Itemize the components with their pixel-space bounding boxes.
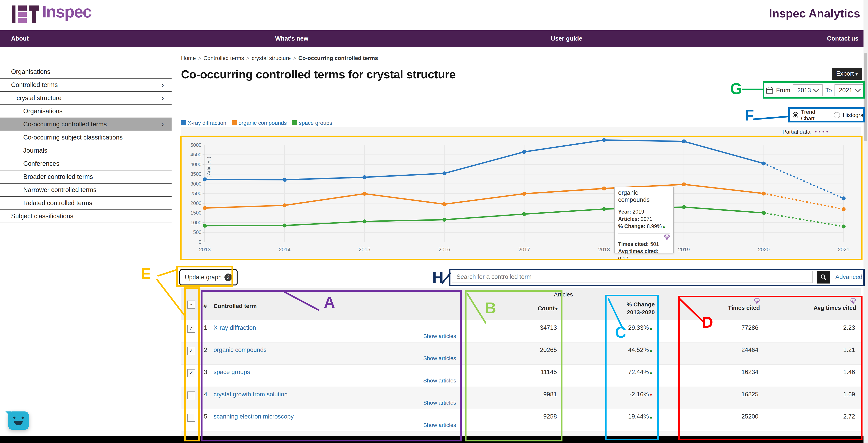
sidebar-item-co-occurring-controlled-terms[interactable]: Co-occurring controlled terms› (0, 118, 172, 131)
series-partial-segment (764, 194, 844, 209)
data-point[interactable] (842, 225, 845, 229)
trend-chart: Partial data 050010001500200025003000350… (181, 127, 861, 260)
data-point[interactable] (203, 206, 207, 210)
export-button[interactable]: Export ▾ (832, 67, 862, 80)
svg-text:1000: 1000 (190, 220, 202, 225)
data-point[interactable] (283, 224, 286, 228)
row-checkbox[interactable] (187, 391, 195, 400)
data-point[interactable] (522, 192, 526, 196)
data-point[interactable] (682, 205, 686, 209)
data-point[interactable] (283, 178, 286, 182)
chat-widget-button[interactable] (8, 411, 29, 430)
data-point[interactable] (203, 224, 207, 228)
show-articles-link[interactable]: Show articles (423, 377, 456, 384)
sidebar-item-broader-controlled-terms[interactable]: Broader controlled terms (0, 171, 172, 184)
row-checkbox[interactable]: ✓ (187, 369, 195, 377)
data-point[interactable] (842, 207, 845, 211)
sidebar-item-subject-classifications[interactable]: Subject classifications (0, 210, 172, 223)
sidebar-item-organisations[interactable]: Organisations (0, 105, 172, 118)
data-point[interactable] (442, 202, 446, 206)
column-header-times-cited[interactable]: Times cited (659, 298, 760, 311)
legend-item-space-groups[interactable]: space groups (292, 120, 332, 126)
column-header-num[interactable]: # (204, 303, 207, 309)
search-input[interactable] (452, 271, 813, 283)
show-articles-link[interactable]: Show articles (423, 355, 456, 361)
table-header: Articles - # Controlled term Count▼ % Ch… (181, 288, 861, 320)
sidebar-item-crystal-structure[interactable]: crystal structure› (0, 92, 172, 105)
show-articles-link[interactable]: Show articles (423, 422, 456, 428)
nav-item-user-guide[interactable]: User guide (551, 30, 582, 47)
data-point[interactable] (682, 140, 686, 143)
data-point[interactable] (442, 218, 446, 222)
avg-times-cited-value: 1.21 (763, 343, 860, 364)
data-point[interactable] (682, 182, 686, 186)
controlled-term-link[interactable]: organic compounds (214, 346, 267, 353)
sidebar-item-related-controlled-terms[interactable]: Related controlled terms (0, 197, 172, 210)
controlled-term-link[interactable]: crystal growth from solution (214, 391, 287, 398)
sidebar-item-journals[interactable]: Journals (0, 144, 172, 157)
sidebar-item-co-occurring-subject-classifications[interactable]: Co-occurring subject classifications (0, 131, 172, 144)
breadcrumb-item[interactable]: Controlled terms (204, 55, 244, 61)
series-line-organic-compounds (205, 184, 764, 208)
controlled-term-link[interactable]: scanning electron microscopy (214, 413, 293, 420)
data-point[interactable] (363, 192, 366, 196)
breadcrumb-item[interactable]: crystal structure (252, 55, 291, 61)
breadcrumb-item[interactable]: Co-occurring controlled terms (299, 55, 378, 61)
page-scrollbar[interactable] (864, 0, 868, 443)
data-point[interactable] (842, 196, 845, 200)
line-chart-canvas[interactable]: 0500100015002000250030003500400045005000… (182, 137, 860, 259)
legend-item-organic[interactable]: organic compounds (232, 120, 287, 126)
data-point[interactable] (762, 191, 766, 196)
search-button[interactable] (817, 271, 830, 284)
show-articles-link[interactable]: Show articles (423, 333, 456, 339)
data-point[interactable] (442, 172, 446, 175)
avg-times-cited-value: 1.46 (763, 365, 860, 387)
data-point[interactable] (522, 212, 526, 216)
from-year-value: 2013 (797, 87, 811, 94)
data-point[interactable] (363, 219, 366, 224)
logo-e-bar-bot (18, 18, 26, 23)
nav-item-about[interactable]: About (11, 30, 29, 47)
nav-item-whats-new[interactable]: What's new (275, 30, 308, 47)
controlled-term-link[interactable]: space groups (214, 368, 250, 376)
calendar-icon (766, 87, 773, 94)
legend-item-xray[interactable]: X-ray diffraction (181, 120, 226, 126)
row-checkbox[interactable]: ✓ (187, 347, 195, 355)
date-range-filter: From 2013 To 2021 (766, 84, 864, 97)
column-header-avg-times-cited[interactable]: Avg times cited (765, 298, 856, 311)
to-year-select[interactable]: 2021 (835, 84, 864, 96)
sidebar-item-organisations[interactable]: Organisations (0, 65, 172, 79)
data-point[interactable] (522, 150, 526, 154)
sidebar-item-conferences[interactable]: Conferences (0, 157, 172, 171)
select-all-checkbox[interactable]: - (187, 300, 195, 308)
column-header-term[interactable]: Controlled term (214, 303, 257, 309)
svg-text:( Articles ): ( Articles ) (206, 157, 211, 178)
scrollbar-thumb[interactable] (864, 53, 867, 141)
column-header-pct-change[interactable]: % Change2013-2020 (563, 300, 655, 316)
update-graph-button[interactable]: Update graph 3 (179, 269, 238, 286)
row-checkbox[interactable] (187, 414, 195, 422)
toggle-option-trend-chart[interactable]: Trend Chart (793, 109, 826, 122)
sidebar-item-narrower-controlled-terms[interactable]: Narrower controlled terms (0, 184, 172, 197)
advanced-search-link[interactable]: Advanced (835, 273, 862, 280)
data-point[interactable] (602, 138, 606, 142)
data-point[interactable] (602, 207, 606, 211)
breadcrumb-item[interactable]: Home (181, 55, 196, 61)
data-point[interactable] (363, 175, 366, 179)
data-point[interactable] (203, 177, 207, 181)
data-point[interactable] (762, 161, 766, 165)
logo-t-stem (32, 10, 36, 23)
toggle-option-histogram[interactable]: Histogram (834, 112, 868, 118)
nav-item-contact-us[interactable]: Contact us (827, 30, 859, 47)
pct-change-value: 72.44%▲ (562, 365, 658, 387)
controlled-term-link[interactable]: X-ray diffraction (214, 324, 256, 331)
show-articles-link[interactable]: Show articles (423, 400, 456, 406)
sidebar-item-controlled-terms[interactable]: Controlled terms› (0, 79, 172, 92)
articles-group-header: Articles (536, 291, 591, 298)
data-point[interactable] (762, 211, 766, 215)
from-year-select[interactable]: 2013 (793, 84, 823, 96)
column-header-count[interactable]: Count▼ (461, 305, 558, 312)
data-point[interactable] (602, 186, 606, 190)
row-checkbox[interactable]: ✓ (187, 325, 195, 333)
data-point[interactable] (283, 203, 286, 207)
